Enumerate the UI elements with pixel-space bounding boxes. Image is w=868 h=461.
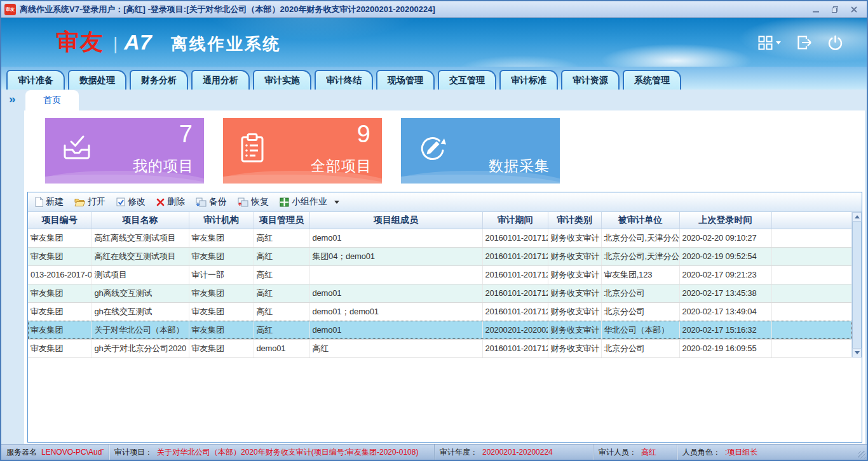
toolbar-button-open-folder[interactable]: 打开 [74,196,105,208]
cell: 审友集团 [189,247,254,265]
toolbar-button-group-grid[interactable]: 小组作业 [280,196,339,208]
backup-icon [196,197,207,207]
status-segment-3: 审计年度：20200201-20200224 [435,444,593,460]
column-header[interactable]: 审计期间 [482,212,548,229]
cell: gh离线交互测试 [92,284,189,302]
cell: 集团04；demo01 [309,247,482,265]
edit-check-icon [116,197,125,206]
column-header[interactable]: 审计机构 [189,212,254,229]
column-header[interactable]: 项目管理员 [254,212,309,229]
cell: 财务收支审计 [548,229,601,247]
column-header[interactable]: 项目编号 [28,212,92,229]
cell-filler [771,321,851,339]
app-logo-icon: 审友 [4,4,16,15]
scroll-thumb[interactable] [852,222,862,348]
column-header[interactable]: 项目名称 [92,212,189,229]
maximize-icon[interactable] [830,5,840,14]
cell: 高红 [309,339,482,357]
cell: 审计一部 [189,265,254,284]
apps-grid-icon[interactable] [758,36,781,50]
projects-grid: 新建打开修改删除备份恢复小组作业 项目编号项目名称审计机构项目管理员项目组成员审… [27,192,862,443]
table-row[interactable]: 审友集团关于对华北公司（本部）审友集团高红demo0120200201-2020… [28,321,851,339]
cell: 审友集团 [189,229,254,247]
status-label: 审计项目： [114,447,153,458]
new-file-icon [34,197,43,207]
workspace: » 首页 7我的项目9全部项目数据采集 新建打开修改删除备份恢复小组作业 项目编… [1,90,867,444]
cell: 20160101-2017123 [482,247,548,265]
cell: 测试项目 [92,265,189,284]
cell-filler [771,247,851,265]
triangle-up-icon [855,215,860,218]
menu-tab-10[interactable]: 审计资源 [561,70,620,90]
scroll-down-button[interactable] [852,348,862,357]
resize-grip-icon[interactable] [858,451,865,458]
cell-filler [771,229,851,247]
cell: 财务收支审计 [548,339,601,357]
column-header-filler [771,212,851,229]
table-row[interactable]: 审友集团gh在线交互测试审友集团高红demo01；demo0120160101-… [28,302,851,321]
cell: 2020-02-19 16:09:55 [679,339,771,357]
cell: 20160101-2017123 [482,229,548,247]
minimize-icon[interactable] [811,5,821,14]
power-icon[interactable] [828,35,843,50]
column-header[interactable]: 被审计单位 [601,212,679,229]
cell: 013-2016-2017-0 [28,265,92,284]
table-row[interactable]: 审友集团高红离线交互测试项目审友集团高红demo0120160101-20171… [28,229,851,247]
toolbar-button-restore[interactable]: 恢复 [238,196,269,208]
close-icon[interactable] [849,5,859,14]
table-row[interactable]: 013-2016-2017-0测试项目审计一部高红20160101-201712… [28,265,851,284]
column-header[interactable]: 审计类别 [548,212,601,229]
toolbar-button-edit-check[interactable]: 修改 [116,196,146,208]
toolbar-button-label: 打开 [88,196,105,208]
toolbar-button-label: 备份 [209,196,227,208]
cell-filler [771,284,851,302]
menu-tab-7[interactable]: 现场管理 [376,70,435,90]
tab-home[interactable]: 首页 [25,90,79,110]
cell: demo01 [309,229,482,247]
chevron-down-icon [776,41,781,44]
menu-tab-6[interactable]: 审计终结 [315,70,373,90]
cell: 北京分公司,天津分公 [601,229,679,247]
cell: 关于对华北公司（本部） [92,321,189,339]
menu-tab-11[interactable]: 系统管理 [623,70,681,90]
cell: 审友集团 [28,229,92,247]
vertical-scrollbar[interactable] [851,212,862,357]
table-row[interactable]: 审友集团高红在线交互测试项目审友集团高红集团04；demo0120160101-… [28,247,851,265]
collapse-sidebar-icon[interactable]: » [9,93,16,105]
toolbar-button-new-file[interactable]: 新建 [34,196,64,208]
logout-icon[interactable] [796,35,813,50]
cell: 20160101-2017123 [482,302,548,321]
dropdown-caret-icon[interactable] [334,201,339,204]
menu-tab-9[interactable]: 审计标准 [499,70,558,90]
table-row[interactable]: 审友集团gh关于对北京分公司2020审友集团demo01高红20160101-2… [28,339,851,357]
card-edit-sync[interactable]: 数据采集 [401,118,560,184]
toolbar-button-label: 修改 [128,196,146,208]
menu-tab-5[interactable]: 审计实施 [253,70,311,90]
card-inbox-check[interactable]: 7我的项目 [45,118,204,184]
edit-sync-icon [417,133,448,166]
projects-table: 项目编号项目名称审计机构项目管理员项目组成员审计期间审计类别被审计单位上次登录时… [28,212,851,358]
menu-tab-4[interactable]: 通用分析 [191,70,250,90]
menu-tab-3[interactable]: 财务分析 [130,70,188,90]
column-header[interactable]: 上次登录时间 [679,212,771,229]
window-controls [811,5,859,14]
cell: 财务收支审计 [548,265,601,284]
card-clipboard-list[interactable]: 9全部项目 [223,118,382,184]
menu-tab-2[interactable]: 数据处理 [68,70,126,90]
toolbar-button-delete-x[interactable]: 删除 [156,196,185,208]
cell: 北京分公司 [601,284,679,302]
column-header[interactable]: 项目组成员 [309,212,482,229]
toolbar-button-backup[interactable]: 备份 [196,196,227,208]
cell: 高红在线交互测试项目 [92,247,189,265]
brand-product: A7 [124,30,151,55]
title-bar: 审友 离线作业系统V7-登录用户：[高红] -登录项目:[关于对华北公司（本部）… [1,1,867,18]
scroll-up-button[interactable] [852,212,862,222]
status-label: 审计人员： [599,447,637,458]
menu-tab-8[interactable]: 交互管理 [438,70,496,90]
cell: 2020-02-17 13:49:04 [679,302,771,321]
menu-tab-1[interactable]: 审计准备 [6,70,65,90]
table-row[interactable]: 审友集团gh离线交互测试审友集团高红demo0120160101-2017123… [28,284,851,302]
cell: 审友集团 [189,339,254,357]
cell: 财务收支审计 [548,284,601,302]
brand-logo: 审友 | A7 离线作业系统 [56,27,281,58]
